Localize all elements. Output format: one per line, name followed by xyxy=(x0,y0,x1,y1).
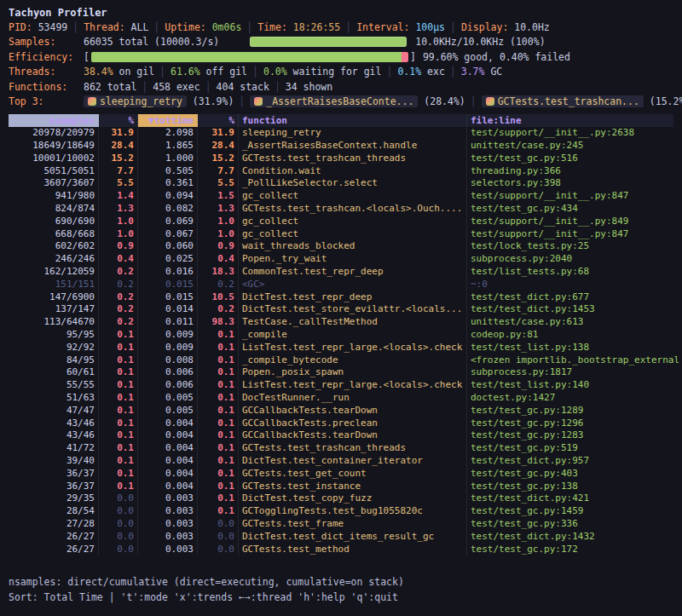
efficiency-label: Efficiency: xyxy=(9,51,84,63)
separator: │ xyxy=(148,21,165,33)
col-header-function[interactable]: function xyxy=(239,114,467,128)
cell-pct-cum: 0.1 xyxy=(198,329,239,342)
separator: │ xyxy=(269,81,286,93)
cell-pct-cum: 0.2 xyxy=(198,279,239,291)
cell-pct-cum: 0.1 xyxy=(198,405,239,417)
cell-pct-direct: 0.4 xyxy=(99,253,138,266)
table-row: 47/470.10.0050.1GCCallbackTests.tearDown… xyxy=(9,405,673,417)
top3-items: sleeping_retry (31.9%)│_AssertRaisesBase… xyxy=(84,95,682,107)
cell-pct-direct: 0.1 xyxy=(99,455,138,468)
cell-fileline: threading.py:366 xyxy=(467,165,673,178)
top3-chip: sleeping_retry xyxy=(84,95,187,107)
cell-pct-direct: 0.1 xyxy=(99,429,138,442)
cell-fileline: test/test_dict.py:677 xyxy=(467,291,673,304)
cell-tottime: 0.094 xyxy=(138,190,198,203)
cell-tottime: 0.003 xyxy=(138,505,198,518)
col-header-nsamples[interactable]: nsamples xyxy=(9,114,99,128)
cell-nsamples: 47/47 xyxy=(9,405,99,417)
cell-pct-direct: 1.0 xyxy=(99,228,138,241)
cell-function: GCTests.test_trashcan.<locals>.Ouch.... xyxy=(239,203,467,216)
samples-progress-bar xyxy=(250,37,407,47)
efficiency-bar-good xyxy=(91,52,402,62)
col-header-fileline[interactable]: file:line xyxy=(467,114,673,128)
efficiency-bracket-close: ] xyxy=(410,51,416,63)
stat-label: Interval: xyxy=(356,21,415,33)
stat-label: Uptime: xyxy=(165,21,211,33)
top3-percent: (28.4%) xyxy=(418,95,465,107)
stats-line: PID: 53499│Thread: ALL│Uptime: 0m06s│Tim… xyxy=(9,20,673,34)
cell-nsamples: 668/668 xyxy=(9,228,99,241)
cell-fileline: test/support/__init__.py:849 xyxy=(467,216,673,228)
functions-stat: 34 shown xyxy=(286,81,332,93)
col-header-tottime[interactable]: ▼tottime xyxy=(138,114,198,128)
cell-function: _PollLikeSelector.select xyxy=(239,177,467,190)
thread-pct-desc: GC xyxy=(490,66,502,78)
top3-percent: (31.9%) xyxy=(187,95,234,107)
cell-fileline: test/test_gc.py:1459 xyxy=(467,505,673,518)
cell-pct-cum: 0.1 xyxy=(198,354,239,367)
cell-function: Condition.wait xyxy=(239,165,467,178)
table-row: 26/270.00.0030.0DictTest.test_dict_items… xyxy=(9,531,673,544)
samples-label: Samples: xyxy=(9,36,84,48)
table-row: 92/920.10.0090.1ListTest.test_repr_large… xyxy=(9,342,673,354)
functions-label: Functions: xyxy=(9,81,84,93)
cell-pct-direct: 1.3 xyxy=(99,203,138,216)
table-row: 10001/1000215.21.00015.2GCTests.test_tra… xyxy=(9,153,673,165)
cell-tottime: 0.004 xyxy=(138,429,198,442)
cell-nsamples: 20978/20979 xyxy=(9,127,99,140)
cell-nsamples: 36/37 xyxy=(9,468,99,481)
cell-fileline: test/test_gc.py:519 xyxy=(467,442,673,455)
col-header-pct-direct[interactable]: % xyxy=(99,114,138,128)
cell-function: DictTest.test_copy_fuzz xyxy=(239,492,467,505)
cell-nsamples: 147/6900 xyxy=(9,291,99,304)
cell-function: DictTest.test_container_iterator xyxy=(239,455,467,468)
cell-pct-direct: 7.7 xyxy=(99,165,138,178)
cell-fileline: test/test_gc.py:516 xyxy=(467,153,673,165)
separator: │ xyxy=(136,81,153,93)
col-header-pct-cum[interactable]: % xyxy=(198,114,239,128)
cell-tottime: 0.016 xyxy=(138,266,198,279)
threads-items: 38.4% on gil│61.6% off gil│0.0% waiting … xyxy=(84,66,502,78)
table-row: 55/550.10.0060.1ListTest.test_repr_large… xyxy=(9,379,673,392)
cell-pct-direct: 0.1 xyxy=(99,366,138,379)
cell-nsamples: 29/35 xyxy=(9,492,99,505)
stat-value: ALL xyxy=(131,21,149,33)
cell-pct-cum: 0.1 xyxy=(198,492,239,505)
cell-pct-cum: 1.5 xyxy=(198,190,239,203)
cell-pct-direct: 1.4 xyxy=(99,190,138,203)
separator: │ xyxy=(465,95,482,107)
cell-fileline: test/test_gc.py:1296 xyxy=(467,417,673,430)
cell-pct-cum: 0.0 xyxy=(198,518,239,531)
cell-pct-cum: 18.3 xyxy=(198,266,239,279)
table-row: 602/6020.90.0600.9wait_threads_blockedte… xyxy=(9,240,673,253)
cell-pct-cum: 0.1 xyxy=(198,468,239,481)
cell-tottime: 0.003 xyxy=(138,531,198,544)
samples-line: Samples:66035 total (10000.3/s)10.0KHz/1… xyxy=(9,35,673,49)
cell-function: gc_collect xyxy=(239,216,467,228)
cell-fileline: test/support/__init__.py:847 xyxy=(467,190,673,203)
cell-pct-direct: 0.9 xyxy=(99,240,138,253)
table-row: 137/1470.20.0140.2DictTest.test_store_ev… xyxy=(9,303,673,316)
cell-pct-direct: 0.0 xyxy=(99,492,138,505)
cell-function: Popen._try_wait xyxy=(239,253,467,266)
cell-function: gc_collect xyxy=(239,190,467,203)
cell-function: wait_threads_blocked xyxy=(239,240,467,253)
cell-nsamples: 60/61 xyxy=(9,366,99,379)
cell-fileline: subprocess.py:2040 xyxy=(467,253,673,266)
cell-fileline: test/test_dict.py:1453 xyxy=(467,303,673,316)
cell-tottime: 0.008 xyxy=(138,354,198,367)
cell-nsamples: 26/27 xyxy=(9,544,99,556)
cell-tottime: 0.025 xyxy=(138,253,198,266)
cell-function: GCTests.test_trashcan_threads xyxy=(239,442,467,455)
cell-function: GCTests.test_get_count xyxy=(239,468,467,481)
cell-tottime: 0.361 xyxy=(138,177,198,190)
cell-pct-direct: 0.2 xyxy=(99,279,138,291)
cell-nsamples: 92/92 xyxy=(9,342,99,354)
cell-tottime: 0.006 xyxy=(138,366,198,379)
cell-pct-direct: 0.2 xyxy=(99,266,138,279)
cell-pct-direct: 0.1 xyxy=(99,379,138,392)
cell-pct-direct: 0.1 xyxy=(99,468,138,481)
cell-function: CommonTest.test_repr_deep xyxy=(239,266,467,279)
cell-function: GCTests.test_trashcan_threads xyxy=(239,153,467,165)
efficiency-line: Efficiency:[]99.60% good, 0.40% failed xyxy=(9,49,673,64)
